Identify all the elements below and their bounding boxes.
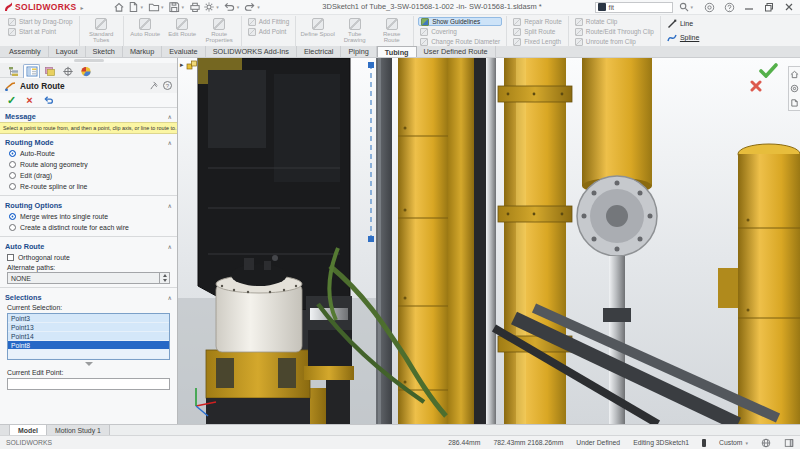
ribbon-button-unroute-from-clip[interactable]: Unroute from Clip xyxy=(573,37,656,46)
open-icon[interactable] xyxy=(147,1,160,13)
configuration-selector[interactable]: Custom ▾ xyxy=(719,439,748,446)
checkbox-orthogonal-route[interactable]: Orthogonal route xyxy=(0,252,177,263)
minimize-button[interactable] xyxy=(742,1,756,13)
file-explorer-icon[interactable] xyxy=(790,98,799,107)
ribbon-button-reuse-route[interactable]: Reuse Route xyxy=(374,17,409,44)
radio-re-route-spline-or-line[interactable]: Re-route spline or line xyxy=(0,181,177,192)
resources-home-icon[interactable] xyxy=(790,70,799,79)
radio-route-along-geometry[interactable]: Route along geometry xyxy=(0,159,177,170)
tab-evaluate[interactable]: Evaluate xyxy=(162,46,205,57)
ribbon-button-route-properties[interactable]: Route Properties xyxy=(202,17,237,44)
restore-button[interactable] xyxy=(762,1,776,13)
ribbon-button-route-edit-through-clip[interactable]: Route/Edit Through Clip xyxy=(573,27,656,36)
undo-icon[interactable] xyxy=(223,1,236,13)
menu-flyout-arrow[interactable]: ▸ xyxy=(81,4,84,11)
redo-icon[interactable] xyxy=(243,1,256,13)
ribbon-button-change-route-diameter[interactable]: Change Route Diameter xyxy=(418,37,502,46)
flyout-feature-manager[interactable]: ▸ xyxy=(180,60,198,70)
feature-manager-tab[interactable] xyxy=(5,64,22,78)
cancel-button[interactable]: × xyxy=(26,95,32,106)
spin-down-icon[interactable] xyxy=(160,278,169,283)
list-resize-handle[interactable] xyxy=(85,362,93,366)
ribbon-button-split-route[interactable]: Split Route xyxy=(511,27,564,36)
dimxpert-manager-tab[interactable] xyxy=(59,64,76,78)
model-tab[interactable]: Model xyxy=(10,425,47,435)
ok-button[interactable]: ✓ xyxy=(7,95,16,106)
help-icon[interactable] xyxy=(722,1,736,13)
ribbon-button-start-by-drag-drop[interactable]: Start by Drag-Drop xyxy=(6,17,75,26)
design-library-icon[interactable] xyxy=(790,84,799,93)
confirmation-cancel-button[interactable] xyxy=(750,80,762,92)
new-document-icon[interactable] xyxy=(127,1,140,13)
save-icon[interactable] xyxy=(168,1,181,13)
model-tank[interactable] xyxy=(206,255,310,424)
ribbon-button-edit-route[interactable]: Edit Route xyxy=(165,17,200,37)
ribbon-button-spline[interactable]: Spline xyxy=(665,31,701,44)
display-manager-tab[interactable] xyxy=(77,64,94,78)
tab-sketch[interactable]: Sketch xyxy=(86,46,123,57)
new-caret-icon[interactable]: ▾ xyxy=(141,4,144,10)
radio-icon[interactable] xyxy=(9,161,16,168)
alternate-paths-spinner[interactable]: NONE xyxy=(7,272,170,284)
tab-tubing[interactable]: Tubing xyxy=(377,46,417,57)
auto-route-section-header[interactable]: Auto Route ∧ xyxy=(0,240,177,252)
radio-icon[interactable] xyxy=(9,224,16,231)
ribbon-button-show-guidelines[interactable]: Show Guidelines xyxy=(418,17,502,26)
task-pane-toggle-icon[interactable] xyxy=(784,438,794,448)
save-caret-icon[interactable]: ▾ xyxy=(182,4,185,10)
pm-help-icon[interactable]: ? xyxy=(163,81,172,90)
ribbon-button-tube-drawing[interactable]: Tube Drawing xyxy=(337,17,372,44)
ribbon-button-repair-route[interactable]: Repair Route xyxy=(511,17,564,26)
graphics-viewport[interactable]: ▸ xyxy=(178,58,800,424)
current-selection-list[interactable]: Point3 Point13 Point14 Point8 xyxy=(7,313,170,360)
ribbon-button-add-point[interactable]: Add Point xyxy=(246,27,292,36)
units-globe-icon[interactable] xyxy=(761,438,771,448)
undo-last-button[interactable] xyxy=(43,95,54,105)
tab-assembly[interactable]: Assembly xyxy=(2,46,49,57)
radio-icon[interactable] xyxy=(9,213,16,220)
pushpin-icon[interactable] xyxy=(150,81,159,90)
viewport-3d-scene[interactable] xyxy=(178,58,800,424)
selections-section-header[interactable]: Selections ∧ xyxy=(0,291,177,303)
current-edit-point-input[interactable] xyxy=(8,379,169,389)
property-manager-tab[interactable] xyxy=(23,64,40,78)
radio-icon[interactable] xyxy=(9,183,16,190)
tab-splitter-handle[interactable] xyxy=(0,425,10,435)
list-item-selected[interactable]: Point8 xyxy=(8,341,169,350)
radio-distinct-route[interactable]: Create a distinct route for each wire xyxy=(0,222,177,233)
list-item[interactable]: Point13 xyxy=(8,323,169,332)
print-icon[interactable] xyxy=(188,1,201,13)
ribbon-button-fixed-length[interactable]: Fixed Length xyxy=(511,37,564,46)
settings-icon[interactable] xyxy=(202,1,215,13)
tab-electrical[interactable]: Electrical xyxy=(297,46,342,57)
radio-merge-wires[interactable]: Merge wires into single route xyxy=(0,211,177,222)
radio-auto-route[interactable]: Auto-Route xyxy=(0,148,177,159)
message-section-header[interactable]: Message ∧ xyxy=(0,110,177,122)
panel-splitter-grip[interactable] xyxy=(74,59,104,62)
ribbon-button-covering[interactable]: Covering xyxy=(418,27,502,36)
ribbon-button-standard-tubes[interactable]: Standard Tubes xyxy=(84,17,119,44)
ribbon-button-auto-route[interactable]: Auto Route xyxy=(128,17,163,37)
ribbon-button-define-spool[interactable]: Define Spool xyxy=(300,17,335,37)
settings-caret-icon[interactable]: ▾ xyxy=(216,4,219,10)
redo-caret-icon[interactable]: ▾ xyxy=(257,4,260,10)
tab-solidworks-add-ins[interactable]: SOLIDWORKS Add-Ins xyxy=(206,46,297,57)
tab-markup[interactable]: Markup xyxy=(123,46,162,57)
ribbon-button-rotate-clip[interactable]: Rotate Clip xyxy=(573,17,656,26)
search-scope-icon[interactable] xyxy=(598,3,606,11)
undo-caret-icon[interactable]: ▾ xyxy=(237,4,240,10)
routing-mode-section-header[interactable]: Routing Mode ∧ xyxy=(0,136,177,148)
ribbon-button-line[interactable]: Line xyxy=(665,17,701,30)
list-item[interactable]: Point14 xyxy=(8,332,169,341)
open-caret-icon[interactable]: ▾ xyxy=(161,4,164,10)
confirmation-ok-button[interactable] xyxy=(759,63,778,78)
radio-icon[interactable] xyxy=(9,172,16,179)
checkbox-icon[interactable] xyxy=(7,254,14,261)
search-input[interactable] xyxy=(608,4,658,11)
home-icon[interactable] xyxy=(113,1,126,13)
close-button[interactable] xyxy=(782,1,796,13)
tab-user-defined-route[interactable]: User Defined Route xyxy=(417,46,496,57)
ribbon-button-add-fitting[interactable]: Add Fitting xyxy=(246,17,292,26)
search-icon[interactable]: ▾ xyxy=(679,2,696,12)
radio-icon[interactable] xyxy=(9,150,16,157)
